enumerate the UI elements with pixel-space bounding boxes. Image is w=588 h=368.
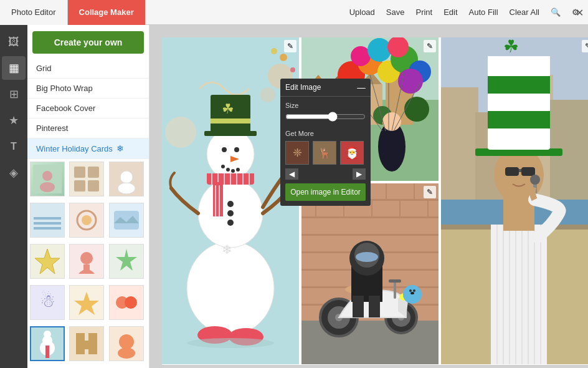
svg-point-169 <box>410 292 414 294</box>
svg-point-95 <box>382 112 401 131</box>
menu-item-pinterest[interactable]: Pinterest <box>27 119 149 138</box>
sidebar-icon-stickers[interactable]: ★ <box>2 109 26 132</box>
svg-rect-119 <box>519 169 521 172</box>
thumb-item-2[interactable] <box>69 162 104 196</box>
svg-rect-41 <box>76 341 97 349</box>
svg-text:☘: ☘ <box>503 37 519 56</box>
svg-rect-143 <box>371 201 372 216</box>
search-icon[interactable]: 🔍 <box>551 7 561 17</box>
svg-point-80 <box>187 338 274 348</box>
svg-point-1 <box>42 171 52 181</box>
svg-text:🦌: 🦌 <box>318 147 331 159</box>
svg-rect-126 <box>488 56 550 76</box>
thumb-item-9[interactable] <box>109 244 144 279</box>
svg-rect-132 <box>301 234 439 236</box>
collage-cell-snowman[interactable]: ✎ <box>162 37 299 364</box>
cell-edit-icon-snowman[interactable]: ✎ <box>284 40 296 52</box>
svg-rect-6 <box>74 180 85 191</box>
popup-close-button[interactable]: — <box>357 82 366 92</box>
svg-rect-124 <box>488 76 550 94</box>
clear-all-button[interactable]: Clear All <box>510 7 539 17</box>
menu-item-big-photo-wrap[interactable]: Big Photo Wrap <box>27 79 149 99</box>
thumb-item-8[interactable] <box>69 244 104 279</box>
popup-thumb-3[interactable]: 🎅 <box>340 141 364 165</box>
svg-rect-4 <box>74 167 85 178</box>
thumb-item-14[interactable] <box>69 326 104 361</box>
cell-edit-icon-balloons-top[interactable]: ✎ <box>424 40 436 52</box>
sidebar-icon-text[interactable]: T <box>2 135 26 158</box>
thumb-item-7[interactable] <box>30 244 65 279</box>
popup-next-button[interactable]: ▶ <box>353 168 366 180</box>
sidebar-icon-image[interactable]: 🖼 <box>2 30 26 54</box>
panel-menu: Grid Big Photo Wrap Facebook Cover Pinte… <box>27 59 149 159</box>
cell-edit-icon-scooter[interactable]: ✎ <box>424 186 436 198</box>
svg-rect-107 <box>441 87 478 212</box>
svg-rect-131 <box>301 216 439 218</box>
size-slider[interactable] <box>285 112 366 122</box>
collage-cell-big-hat[interactable]: ✎ <box>441 37 588 364</box>
svg-point-23 <box>80 252 93 264</box>
print-button[interactable]: Print <box>415 7 432 17</box>
svg-rect-14 <box>34 227 61 230</box>
thumb-item-15[interactable] <box>109 326 144 361</box>
popup-thumb-1[interactable]: ❈ <box>285 141 309 165</box>
svg-rect-114 <box>491 225 547 364</box>
svg-text:🎅: 🎅 <box>345 146 359 160</box>
popup-thumb-2[interactable]: 🦌 <box>313 141 336 165</box>
menu-item-facebook-cover[interactable]: Facebook Cover <box>27 99 149 119</box>
svg-rect-13 <box>34 222 61 225</box>
thumb-item-12[interactable] <box>109 285 144 320</box>
sidebar-icon-grid[interactable]: ▦ <box>2 56 26 80</box>
svg-rect-5 <box>88 167 99 178</box>
edit-image-popup: Edit Image — Size Get More ❈ 🦌 � <box>280 79 371 206</box>
thumb-item-3[interactable] <box>109 162 144 196</box>
thumb-item-4[interactable] <box>30 203 65 238</box>
svg-text:❈: ❈ <box>293 147 302 159</box>
topbar-actions: Upload Save Print Edit Auto Fill Clear A… <box>349 7 588 17</box>
svg-point-56 <box>290 67 295 72</box>
get-more-label: Get More <box>285 130 366 137</box>
svg-rect-118 <box>521 167 535 176</box>
thumb-item-13[interactable] <box>30 326 65 361</box>
size-label: Size <box>285 102 366 109</box>
svg-point-43 <box>119 334 134 349</box>
svg-point-67 <box>221 165 225 168</box>
edit-button[interactable]: Edit <box>443 7 457 17</box>
thumbnail-grid: ☃ <box>27 159 149 368</box>
cell-edit-icon-big-hat[interactable]: ✎ <box>582 40 588 52</box>
thumb-item-1[interactable] <box>30 162 65 196</box>
svg-point-93 <box>404 97 429 122</box>
main-layout: 🖼 ▦ ⊞ ★ T ◈ Create your own Grid Big Pho… <box>0 25 588 368</box>
collage-cell-scooter[interactable]: ✎ <box>301 183 439 364</box>
auto-fill-button[interactable]: Auto Fill <box>469 7 498 17</box>
upload-button[interactable]: Upload <box>349 7 375 17</box>
menu-item-winter-holiday-cards[interactable]: Winter Holiday Cards ❄ <box>27 138 149 159</box>
svg-point-162 <box>356 252 378 262</box>
popup-title: Edit Image <box>285 83 321 92</box>
svg-rect-117 <box>505 167 519 176</box>
svg-point-167 <box>409 289 412 292</box>
open-editor-button[interactable]: Open image in Editor <box>285 183 366 201</box>
sidebar-icon-shapes[interactable]: ◈ <box>2 161 26 185</box>
close-button[interactable]: ✕ <box>571 0 588 25</box>
thumb-item-5[interactable] <box>69 203 104 238</box>
svg-rect-155 <box>389 279 401 283</box>
thumb-item-6[interactable] <box>109 203 144 238</box>
svg-rect-63 <box>211 119 250 123</box>
svg-point-55 <box>280 54 287 61</box>
winter-label: Winter Holiday Cards <box>36 144 113 153</box>
svg-rect-140 <box>414 183 415 199</box>
thumb-item-10[interactable]: ☃ <box>30 285 65 320</box>
menu-item-grid[interactable]: Grid <box>27 59 149 79</box>
thumb-item-11[interactable] <box>69 285 104 320</box>
sidebar-icon-layout[interactable]: ⊞ <box>2 82 26 106</box>
tab-photo-editor[interactable]: Photo Editor <box>0 0 68 25</box>
popup-prev-button[interactable]: ◀ <box>285 168 298 180</box>
svg-point-36 <box>44 331 51 338</box>
tab-collage-maker[interactable]: Collage Maker <box>68 0 145 25</box>
svg-text:❄: ❄ <box>222 243 232 256</box>
svg-point-9 <box>120 171 133 183</box>
svg-point-10 <box>118 183 135 194</box>
create-your-own-button[interactable]: Create your own <box>32 31 144 54</box>
save-button[interactable]: Save <box>386 7 405 17</box>
